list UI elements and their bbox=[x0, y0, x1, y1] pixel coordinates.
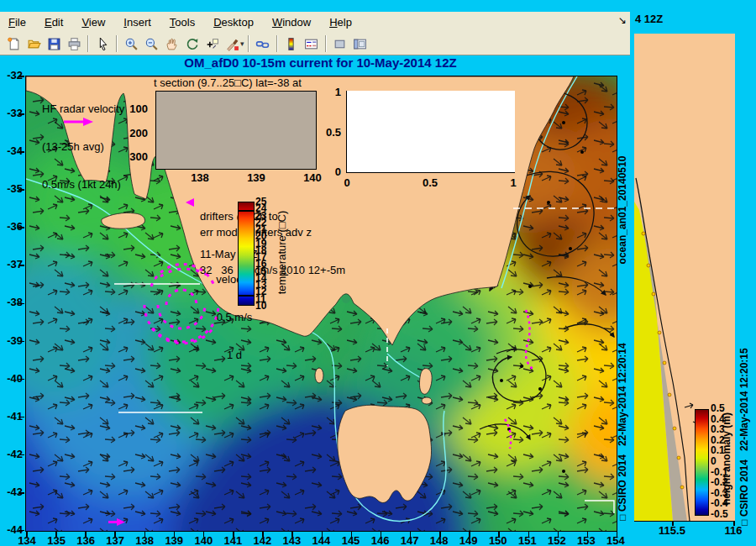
panel-credit-stamp: □ CSIRO 2014 22-May-2014 12:20:15 bbox=[738, 340, 750, 533]
background-window-title[interactable]: 4 12Z bbox=[635, 13, 663, 25]
lat-tick-label: -33 bbox=[0, 107, 23, 120]
lat-tick-label: -35 bbox=[0, 182, 23, 196]
height-anomaly-label: height anomaly (m) bbox=[721, 396, 732, 522]
t-section-inset bbox=[155, 91, 317, 170]
figure-title: OM_afD0 10-15m current for 10-May-2014 1… bbox=[25, 55, 616, 70]
toolbar: ▾ bbox=[0, 33, 630, 55]
lon-tick-label: 137 bbox=[101, 534, 129, 546]
link-plots-button[interactable] bbox=[254, 34, 272, 53]
lon-tick-label: 142 bbox=[248, 534, 276, 546]
lon-tick-label: 147 bbox=[396, 534, 424, 546]
lat-tick-label: -39 bbox=[0, 334, 23, 348]
colorbar-contour-line bbox=[239, 295, 254, 297]
lon-tick-label: 116 bbox=[720, 524, 747, 537]
colorbar-contour-line bbox=[239, 210, 254, 212]
lat-tick-label: -37 bbox=[0, 258, 23, 271]
zoom-out-button[interactable] bbox=[142, 34, 160, 53]
lon-tick-label: 143 bbox=[277, 534, 306, 546]
lon-tick-label: 144 bbox=[307, 534, 335, 546]
lon-tick-label: 152 bbox=[543, 534, 571, 546]
csiro-credit-stamp: □ CSIRO 2014 22-May-2014 12:20:14 bbox=[617, 331, 628, 533]
scatter-inset-x-labels: 00.51 bbox=[334, 176, 526, 189]
menu-item[interactable]: Tools bbox=[170, 16, 195, 29]
zoom-in-button[interactable] bbox=[122, 34, 140, 53]
temperature-colorbar-ticks: 25242322212019181716151413121110 bbox=[255, 198, 277, 309]
menu-overflow-icon[interactable]: ↘ bbox=[618, 14, 627, 26]
lon-tick-label: 141 bbox=[218, 534, 247, 546]
open-file-button[interactable] bbox=[24, 34, 43, 53]
lat-tick-label: -36 bbox=[0, 220, 23, 234]
run-id-stamp: ocean_an01_20140510 bbox=[617, 88, 628, 332]
temperature-colorbar-label: temperature (□C) bbox=[276, 200, 288, 306]
brush-dropdown-icon[interactable]: ▾ bbox=[240, 39, 244, 48]
print-figure-button[interactable] bbox=[65, 34, 83, 53]
menu-item[interactable]: Insert bbox=[123, 16, 151, 29]
screen: { "menu": { "items": ["File","Edit","Vie… bbox=[0, 0, 756, 546]
panel-axis-tick bbox=[672, 521, 674, 526]
lon-tick-label: 149 bbox=[454, 534, 483, 546]
temperature-colorbar bbox=[238, 202, 255, 306]
menu-item[interactable]: File bbox=[8, 16, 26, 29]
t-section-depth-labels: 100200300 bbox=[121, 102, 148, 163]
temperature-tick-label: 10 bbox=[255, 302, 277, 309]
lon-tick-label: 134 bbox=[13, 534, 41, 546]
save-figure-button[interactable] bbox=[45, 34, 63, 53]
menu-item[interactable]: Edit bbox=[45, 16, 63, 29]
t-section-lon-labels: 138139140 bbox=[186, 171, 327, 184]
pan-hand-button[interactable] bbox=[162, 34, 181, 53]
rotate-3d-button[interactable] bbox=[182, 34, 201, 53]
lon-tick-label: 153 bbox=[572, 534, 601, 546]
toolbar-separator bbox=[87, 35, 89, 52]
menu-item[interactable]: Desktop bbox=[213, 16, 254, 29]
port-phillip-bay bbox=[342, 295, 350, 303]
menu-item[interactable]: Help bbox=[329, 16, 352, 29]
toolbar-separator bbox=[116, 35, 118, 52]
menu-item[interactable]: Window bbox=[272, 16, 311, 29]
lon-tick-label: 138 bbox=[130, 534, 159, 546]
x-tick-label: 0 bbox=[334, 176, 360, 189]
lat-tick-label: -38 bbox=[0, 296, 23, 309]
height-anomaly-water bbox=[634, 202, 673, 521]
menu-item[interactable]: View bbox=[81, 16, 105, 29]
panel-axis-tick bbox=[733, 521, 735, 526]
lon-tick-label: 135 bbox=[42, 534, 71, 546]
y-tick-label: 0.5 bbox=[326, 126, 341, 139]
lon-tick-label: 148 bbox=[425, 534, 454, 546]
new-figure-button[interactable] bbox=[4, 34, 23, 53]
insert-legend-button[interactable] bbox=[302, 34, 321, 53]
hf-radar-note: HF radar velocity (13-25h avg) 0.5m/s (1… bbox=[42, 77, 124, 203]
lon-tick-label: 154 bbox=[601, 534, 630, 546]
depth-tick-label: 200 bbox=[121, 127, 148, 139]
data-cursor-button[interactable] bbox=[202, 34, 221, 53]
lat-tick-label: -42 bbox=[0, 448, 23, 461]
lon-tick-label: 140 bbox=[189, 534, 218, 546]
depth-tick-label: 100 bbox=[121, 102, 148, 115]
lat-tick-label: -43 bbox=[0, 486, 23, 499]
lat-tick-label: -41 bbox=[0, 410, 23, 423]
toolbar-separator bbox=[276, 35, 278, 52]
hide-plot-tools-button[interactable] bbox=[331, 34, 349, 53]
scatter-inset bbox=[346, 91, 515, 173]
lon-tick-label: 145 bbox=[337, 534, 365, 546]
lon-tick-label: 138 bbox=[186, 171, 214, 184]
lon-tick-label: 151 bbox=[513, 534, 542, 546]
t-section-title: t section (9.7..25□C) lat=-38 at bbox=[154, 76, 302, 89]
toolbar-separator bbox=[248, 35, 249, 52]
lat-axis-labels: -32-33-34-35-36-37-38-39-40-41-42-43-44 bbox=[0, 69, 23, 537]
cape-barren-island bbox=[422, 397, 432, 404]
lon-tick-label: 115.5 bbox=[654, 524, 690, 537]
tasmania bbox=[338, 405, 432, 502]
edit-cursor-button[interactable] bbox=[93, 34, 112, 53]
lon-tick-label: 150 bbox=[484, 534, 512, 546]
brush-data-button[interactable] bbox=[223, 34, 241, 53]
lon-axis-labels: 1341351361371381391401411421431441451461… bbox=[13, 534, 630, 546]
insert-colorbar-button[interactable] bbox=[282, 34, 301, 53]
show-plot-tools-button[interactable] bbox=[351, 34, 370, 53]
lon-tick-label: 139 bbox=[242, 171, 270, 184]
lat-tick-label: -40 bbox=[0, 372, 23, 386]
x-tick-label: 0.5 bbox=[417, 176, 443, 189]
y-tick-label: 1 bbox=[335, 86, 341, 98]
lon-tick-label: 139 bbox=[160, 534, 188, 546]
lat-tick-label: -34 bbox=[0, 144, 23, 158]
scatter-inset-y-labels: 10.50 bbox=[318, 86, 341, 178]
